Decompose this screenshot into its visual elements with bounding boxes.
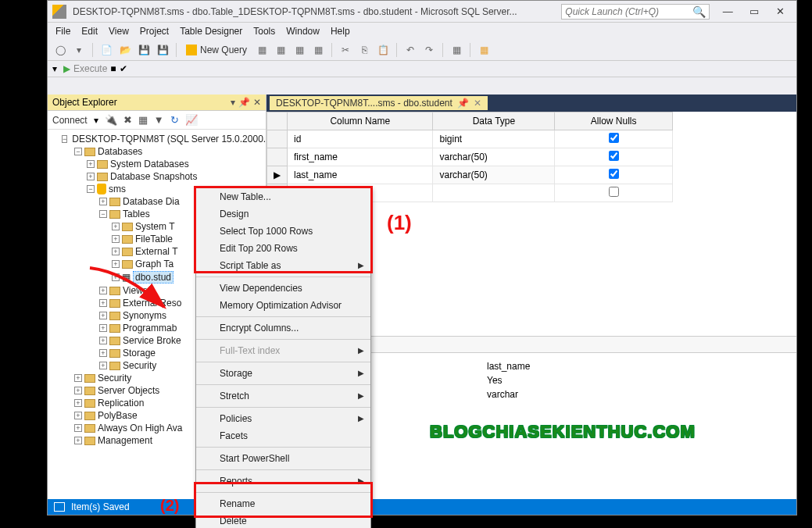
menu-edit[interactable]: Edit (81, 26, 98, 37)
close-tab-icon[interactable]: ✕ (474, 98, 481, 109)
maximize-button[interactable]: ▭ (742, 3, 766, 20)
menu-table-designer[interactable]: Table Designer (180, 26, 242, 37)
tree-systables[interactable]: System T (135, 221, 174, 232)
connect-icon[interactable]: 🔌 (105, 114, 117, 126)
allow-nulls-checkbox[interactable] (609, 133, 619, 143)
search-icon[interactable]: 🔍 (692, 5, 706, 18)
menu-window[interactable]: Window (286, 26, 320, 37)
dropdown-icon[interactable]: ▾ (231, 97, 235, 108)
menu-help[interactable]: Help (331, 26, 350, 37)
column-row[interactable]: first_name varchar(50) (267, 148, 673, 166)
menu-file[interactable]: File (55, 26, 70, 37)
stop-icon[interactable]: ▦ (138, 114, 148, 126)
activity-icon[interactable]: 📈 (185, 114, 198, 126)
tree-system-db[interactable]: System Databases (110, 159, 189, 169)
save-button[interactable]: 💾 (136, 42, 152, 58)
forward-button[interactable]: ▾ (71, 42, 87, 58)
allow-nulls-checkbox[interactable] (609, 187, 619, 197)
tree-extres[interactable]: External Reso (123, 298, 181, 309)
minimize-button[interactable]: — (716, 3, 739, 20)
context-item[interactable]: New Table... (196, 188, 370, 205)
context-item[interactable]: Select Top 1000 Rows (196, 223, 370, 240)
pin-icon[interactable]: 📌 (238, 97, 250, 108)
paste-button[interactable]: 📋 (375, 42, 391, 58)
copy-button[interactable]: ⎘ (356, 42, 372, 58)
tab-student[interactable]: DESKTOP-TQPNM8T....sms - dbo.student 📌 ✕ (270, 96, 488, 110)
disconnect-icon[interactable]: ✖ (123, 114, 132, 126)
menu-tools[interactable]: Tools (253, 26, 275, 37)
context-item[interactable]: Edit Top 200 Rows (196, 240, 370, 257)
quick-launch-input[interactable] (565, 6, 692, 17)
context-item[interactable]: Reports▶ (196, 473, 370, 490)
tree-snapshots[interactable]: Database Snapshots (110, 171, 197, 182)
new-file-button[interactable]: 📄 (98, 42, 114, 58)
expand-icon[interactable]: − (62, 135, 67, 143)
pin-icon[interactable]: 📌 (457, 98, 469, 109)
parse-button[interactable]: ✔ (120, 63, 127, 74)
connect-button[interactable]: Connect (52, 115, 88, 126)
context-item[interactable]: Rename (196, 495, 370, 512)
open-button[interactable]: 📂 (117, 42, 133, 58)
context-item[interactable]: Script Table as▶ (196, 257, 370, 274)
tree-sms[interactable]: sms (109, 184, 126, 194)
filter-icon[interactable]: ▼ (154, 114, 164, 126)
tree-filetable[interactable]: FileTable (135, 234, 173, 244)
allow-nulls-checkbox[interactable] (609, 169, 619, 179)
tree-storage[interactable]: Storage (123, 348, 156, 359)
tree-synonyms[interactable]: Synonyms (123, 310, 166, 321)
tb-icon[interactable]: ▦ (476, 42, 492, 58)
context-item[interactable]: Design (196, 205, 370, 223)
context-item[interactable]: Memory Optimization Advisor (196, 297, 370, 314)
tb-icon[interactable]: ▦ (292, 42, 307, 58)
undo-button[interactable]: ↶ (402, 42, 418, 58)
cut-button[interactable]: ✂ (338, 42, 353, 58)
context-item[interactable]: Facets (196, 427, 370, 444)
quick-launch-box[interactable]: 🔍 (561, 4, 710, 20)
context-item[interactable]: Start PowerShell (196, 450, 370, 467)
execute-button[interactable]: ▶Execute (63, 63, 107, 74)
tree-views[interactable]: Views (123, 285, 148, 296)
column-row[interactable]: id bigint (267, 130, 673, 148)
tree-alwayson[interactable]: Always On High Ava (98, 423, 183, 433)
menu-view[interactable]: View (109, 26, 129, 37)
col-header-type[interactable]: Data Type (433, 112, 555, 130)
context-item[interactable]: Stretch▶ (196, 387, 370, 405)
tree-graph[interactable]: Graph Ta (135, 259, 173, 269)
tree-selected-table[interactable]: dbo.stud (133, 271, 173, 284)
refresh-icon[interactable]: ↻ (170, 114, 179, 126)
tb-icon[interactable]: ▦ (449, 42, 464, 58)
tree-security[interactable]: Security (98, 373, 131, 384)
tb-icon[interactable]: ▦ (273, 42, 288, 58)
menu-project[interactable]: Project (140, 26, 169, 37)
column-row[interactable]: ▶ last_name varchar(50) (267, 166, 673, 184)
context-item[interactable]: Encrypt Columns... (196, 319, 370, 337)
context-item[interactable]: Delete (196, 512, 370, 528)
save-all-button[interactable]: 💾 (155, 42, 170, 58)
tb-icon[interactable]: ▦ (310, 42, 326, 58)
context-item[interactable]: View Dependencies (196, 280, 370, 297)
tree-management[interactable]: Management (98, 435, 152, 446)
new-query-button[interactable]: New Query (182, 43, 251, 57)
redo-button[interactable]: ↷ (421, 42, 437, 58)
tb-icon[interactable]: ▾ (52, 63, 57, 74)
allow-nulls-checkbox[interactable] (609, 151, 619, 161)
col-header-name[interactable]: Column Name (288, 112, 433, 130)
stop-button[interactable]: ■ (110, 63, 116, 74)
col-header-nulls[interactable]: Allow Nulls (555, 112, 673, 130)
tree-external[interactable]: External T (135, 246, 177, 257)
tree-tables[interactable]: Tables (123, 209, 150, 219)
tree-databases[interactable]: Databases (98, 146, 142, 157)
tree-polybase[interactable]: PolyBase (98, 410, 138, 421)
tree-replication[interactable]: Replication (98, 398, 144, 408)
tree-dbdiag[interactable]: Database Dia (123, 196, 180, 207)
tree-programmab[interactable]: Programmab (123, 323, 177, 334)
tree-security-db[interactable]: Security (123, 360, 156, 371)
back-button[interactable]: ◯ (52, 42, 68, 58)
context-item[interactable]: Policies▶ (196, 410, 370, 427)
close-panel-icon[interactable]: ✕ (253, 97, 261, 108)
tree-svcbroker[interactable]: Service Broke (123, 335, 181, 346)
tb-icon[interactable]: ▦ (254, 42, 270, 58)
context-item[interactable]: Storage▶ (196, 365, 370, 382)
tree-server-objects[interactable]: Server Objects (98, 385, 159, 396)
tree-server[interactable]: DESKTOP-TQPNM8T (SQL Server 15.0.2000.5 (72, 134, 266, 144)
